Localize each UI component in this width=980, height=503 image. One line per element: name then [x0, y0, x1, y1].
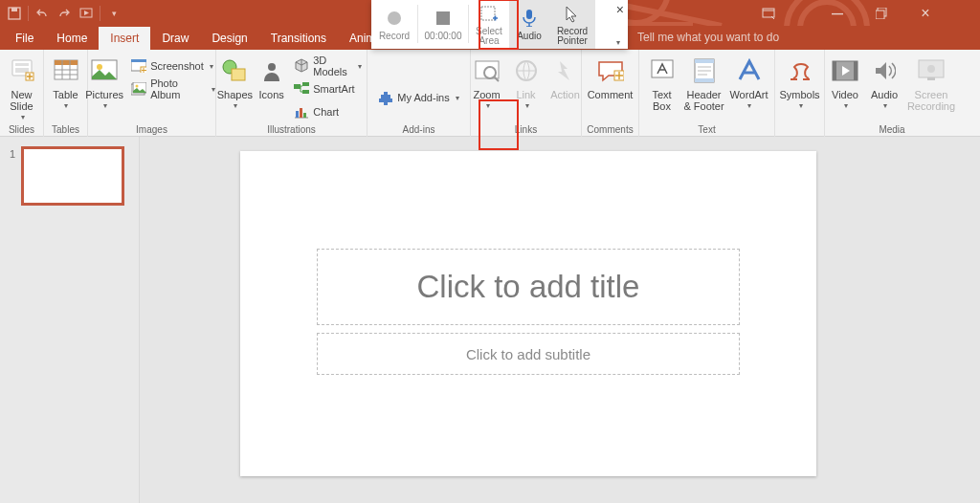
slide-thumbnail-1[interactable]: 1	[8, 146, 139, 206]
redo-icon[interactable]	[56, 5, 73, 22]
tab-draw[interactable]: Draw	[150, 27, 200, 50]
group-slides-label: Slides	[9, 124, 34, 137]
select-area-label: Select Area	[476, 27, 502, 46]
my-addins-label: My Add-ins	[397, 92, 449, 103]
svg-rect-45	[927, 77, 935, 80]
svg-rect-24	[232, 69, 245, 80]
tab-transitions[interactable]: Transitions	[259, 27, 338, 50]
ribbon: New Slide▾ Slides Table▾ Tables Pictures…	[0, 50, 980, 137]
svg-rect-10	[15, 63, 29, 66]
title-placeholder[interactable]: Click to add title	[317, 249, 740, 325]
action-label: Action	[550, 89, 580, 100]
group-illustrations-label: Illustrations	[267, 124, 316, 137]
svg-point-25	[268, 63, 276, 71]
svg-rect-31	[303, 113, 306, 118]
svg-rect-29	[296, 111, 299, 118]
table-icon	[51, 55, 81, 86]
tab-home[interactable]: Home	[45, 27, 99, 50]
link-button[interactable]: Link▾	[508, 52, 545, 112]
title-placeholder-text: Click to add title	[417, 269, 640, 305]
my-addins-button[interactable]: My Add-ins▾	[374, 87, 462, 108]
symbols-icon	[785, 55, 815, 86]
shapes-icon	[219, 55, 250, 86]
timer-label: 00:00:00	[425, 31, 462, 41]
slide-stage[interactable]: Click to add title Click to add subtitle	[140, 137, 980, 503]
audio-button[interactable]: Audio▾	[866, 52, 902, 112]
group-links: Zoom▾ Link▾ Action Links	[471, 50, 582, 137]
recpane-pin-icon[interactable]: ▾	[616, 38, 620, 47]
icons-button[interactable]: Icons	[256, 52, 287, 112]
tab-file[interactable]: File	[4, 27, 45, 50]
slide-canvas[interactable]: Click to add title Click to add subtitle	[240, 151, 816, 476]
start-from-beginning-icon[interactable]	[78, 5, 95, 22]
minimize-icon[interactable]: —	[815, 0, 859, 26]
close-icon[interactable]: ×	[903, 0, 947, 26]
new-slide-button[interactable]: New Slide▾	[4, 52, 40, 123]
stop-icon	[435, 8, 451, 29]
wordart-icon	[734, 55, 765, 86]
pictures-label: Pictures	[85, 89, 123, 100]
chart-label: Chart	[313, 106, 339, 118]
shapes-button[interactable]: Shapes▾	[217, 52, 253, 112]
action-icon	[550, 55, 581, 86]
slide-thumbnails-pane[interactable]: 1	[0, 137, 140, 503]
video-button[interactable]: Video▾	[827, 52, 863, 112]
text-box-icon	[647, 55, 678, 86]
wordart-button[interactable]: WordArt▾	[728, 52, 770, 112]
group-comments-label: Comments	[587, 124, 633, 137]
action-button[interactable]: Action	[547, 52, 584, 112]
svg-rect-14	[55, 60, 78, 65]
chart-button[interactable]: Chart	[290, 101, 366, 122]
text-box-button[interactable]: Text Box	[644, 52, 680, 112]
smartart-button[interactable]: SmartArt	[290, 78, 366, 99]
3d-models-button[interactable]: 3D Models▾	[290, 55, 366, 77]
record-icon	[387, 8, 402, 29]
svg-rect-18	[131, 59, 146, 62]
tab-design[interactable]: Design	[200, 27, 258, 50]
svg-rect-1	[11, 8, 17, 11]
group-images: Pictures▾ Screenshot▾ Photo Album▾ Image…	[88, 50, 216, 137]
icons-icon	[256, 55, 287, 86]
stop-button[interactable]: 00:00:00	[418, 0, 468, 49]
select-area-button[interactable]: Select Area	[469, 0, 509, 49]
addins-icon	[378, 90, 393, 105]
save-icon[interactable]	[6, 5, 23, 22]
rec-audio-button[interactable]: Audio	[509, 0, 549, 49]
svg-rect-47	[436, 11, 450, 25]
group-comments: Comment Comments	[582, 50, 639, 137]
header-footer-label: Header & Footer	[683, 89, 724, 112]
symbols-button[interactable]: Symbols▾	[779, 52, 821, 112]
qat-customize-icon[interactable]: ▾	[105, 5, 122, 22]
ribbon-display-options-icon[interactable]	[746, 0, 791, 26]
header-footer-button[interactable]: Header & Footer	[683, 52, 725, 112]
slide-thumbnail-preview[interactable]	[21, 146, 124, 206]
pictures-button[interactable]: Pictures▾	[84, 52, 124, 112]
record-button[interactable]: Record	[371, 0, 417, 49]
photo-album-button[interactable]: Photo Album▾	[127, 78, 219, 99]
svg-rect-48	[481, 7, 495, 20]
recpane-close-icon[interactable]: ×	[616, 2, 624, 17]
table-button[interactable]: Table▾	[48, 52, 84, 112]
smartart-icon	[294, 81, 309, 97]
screen-recording-button[interactable]: Screen Recording	[905, 52, 957, 112]
svg-rect-30	[300, 108, 302, 118]
subtitle-placeholder[interactable]: Click to add subtitle	[317, 333, 740, 375]
tab-insert[interactable]: Insert	[99, 27, 150, 50]
comment-button[interactable]: Comment	[585, 52, 636, 112]
undo-icon[interactable]	[33, 5, 51, 22]
pointer-icon	[565, 4, 580, 25]
screenshot-button[interactable]: Screenshot▾	[127, 55, 219, 77]
slide-number: 1	[8, 146, 15, 206]
link-icon	[511, 55, 542, 86]
restore-icon[interactable]	[859, 0, 903, 26]
record-label: Record	[379, 31, 410, 41]
comment-icon	[595, 55, 626, 86]
tell-me-search[interactable]: Tell me what you want to do	[637, 31, 779, 44]
record-pointer-label: Record Pointer	[557, 27, 588, 46]
svg-rect-11	[15, 68, 29, 73]
video-icon	[830, 55, 860, 86]
zoom-button[interactable]: Zoom▾	[469, 52, 505, 112]
record-pointer-button[interactable]: Record Pointer	[549, 0, 595, 49]
group-links-label: Links	[515, 124, 537, 137]
svg-point-16	[97, 64, 102, 70]
